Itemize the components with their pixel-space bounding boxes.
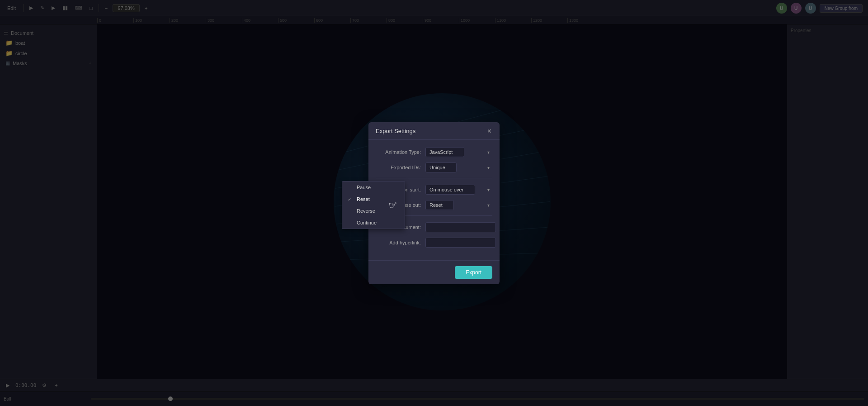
add-hyperlink-input[interactable] bbox=[425, 238, 496, 248]
dropdown-label-reset: Reset bbox=[357, 196, 370, 202]
form-divider1 bbox=[376, 178, 492, 178]
exported-ids-select-wrapper: Unique bbox=[425, 162, 492, 172]
on-mouse-out-select[interactable]: Reset bbox=[425, 200, 454, 210]
animation-type-label: Animation Type: bbox=[376, 149, 425, 155]
dropdown-item-reverse[interactable]: Reverse bbox=[342, 205, 405, 217]
document-input[interactable] bbox=[425, 222, 496, 232]
exported-ids-label: Exported IDs: bbox=[376, 165, 425, 170]
reset-check: ✓ bbox=[348, 197, 353, 202]
mouse-out-dropdown: Pause ✓ Reset Reverse Continue bbox=[342, 181, 405, 229]
exported-ids-select[interactable]: Unique bbox=[425, 162, 457, 172]
dropdown-label-pause: Pause bbox=[357, 185, 371, 190]
dropdown-label-continue: Continue bbox=[357, 220, 377, 225]
reverse-check bbox=[348, 209, 353, 214]
on-mouse-out-select-wrapper: Reset bbox=[425, 200, 492, 210]
dialog-footer: Export bbox=[368, 260, 500, 284]
animation-type-select-wrapper: JavaScript bbox=[425, 147, 492, 157]
animation-start-select[interactable]: On mouse over bbox=[425, 185, 475, 195]
continue-check bbox=[348, 220, 353, 225]
modal-overlay: Export Settings × Animation Type: JavaSc… bbox=[0, 0, 868, 406]
animation-type-select[interactable]: JavaScript bbox=[425, 147, 464, 157]
exported-ids-group: Exported IDs: Unique bbox=[376, 162, 492, 172]
add-hyperlink-group: Add hyperlink: bbox=[376, 238, 492, 248]
dropdown-label-reverse: Reverse bbox=[357, 208, 375, 214]
dialog-header: Export Settings × bbox=[368, 122, 500, 140]
dialog-title: Export Settings bbox=[376, 128, 415, 134]
export-button[interactable]: Export bbox=[455, 266, 492, 279]
dropdown-item-reset[interactable]: ✓ Reset bbox=[342, 193, 405, 205]
pause-check bbox=[348, 185, 353, 190]
dropdown-item-continue[interactable]: Continue bbox=[342, 217, 405, 229]
dialog-close-button[interactable]: × bbox=[486, 128, 492, 135]
dropdown-item-pause[interactable]: Pause bbox=[342, 182, 405, 193]
animation-type-group: Animation Type: JavaScript bbox=[376, 147, 492, 157]
animation-start-select-wrapper: On mouse over bbox=[425, 185, 492, 195]
add-hyperlink-label: Add hyperlink: bbox=[376, 240, 425, 245]
